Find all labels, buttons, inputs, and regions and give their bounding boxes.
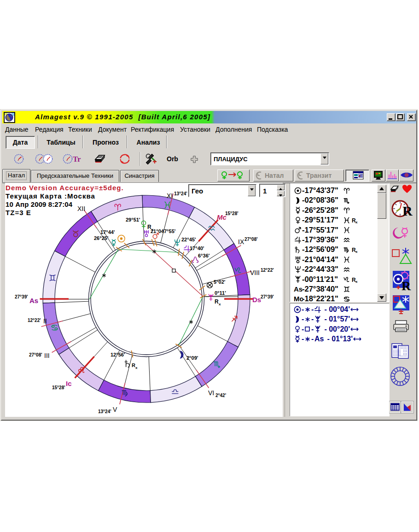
svg-text:- 00°04': - 00°04' [322,305,350,313]
svg-text:x: x [355,220,358,224]
svg-text:13°24': 13°24' [98,409,111,414]
svg-text:-00°11'21": -00°11'21" [302,275,338,283]
svg-text:17°44': 17°44' [100,229,115,235]
svg-text:12°22': 12°22' [261,268,274,273]
svg-text:-27°38'40": -27°38'40" [302,285,338,293]
svg-text:-: - [302,315,304,323]
svg-text:-29°51'17": -29°51'17" [302,216,338,224]
svg-text:XI: XI [167,192,173,199]
svg-text:As: As [314,335,324,343]
svg-text:-: - [311,325,314,333]
svg-text:-: - [302,305,304,313]
svg-text:12°56': 12°56' [111,352,125,357]
svg-text:27°39': 27°39' [15,294,28,299]
svg-text:5°02': 5°02' [214,279,226,285]
svg-text:-17°39'36": -17°39'36" [302,235,338,244]
svg-text:7°55': 7°55' [164,228,176,234]
svg-text:12°22': 12°22' [28,318,41,323]
svg-text:x: x [355,280,358,284]
svg-text:As: As [29,297,38,304]
svg-text:29°51': 29°51' [126,217,140,222]
svg-text:Ic: Ic [66,380,72,387]
svg-text:27°08': 27°08' [29,352,42,357]
svg-text:-21°04'14": -21°04'14" [302,255,338,263]
svg-text:-02°08'36": -02°08'36" [302,196,338,204]
svg-text:22°45': 22°45' [181,237,196,242]
svg-text:6°36': 6°36' [198,253,210,258]
svg-text:-22°44'33": -22°44'33" [302,265,338,273]
svg-text:- 00°20': - 00°20' [322,325,350,333]
svg-text:- 01°13': - 01°13' [325,335,353,343]
svg-text:R: R [132,362,135,368]
svg-text:x: x [151,228,154,232]
svg-text:III: III [44,352,50,359]
svg-text:VIII: VIII [250,269,260,276]
svg-text:2°42': 2°42' [215,393,226,398]
svg-text:-17°55'17": -17°55'17" [302,226,338,234]
svg-text:R: R [402,203,413,218]
svg-text:IX: IX [238,238,244,246]
svg-text:-: - [302,335,304,343]
svg-text:II: II [43,317,47,325]
svg-text:-: - [311,315,314,323]
svg-text:As: As [294,285,303,293]
svg-text:2°09': 2°09' [186,355,198,361]
svg-text:0°11': 0°11' [215,290,226,296]
svg-text:13°24': 13°24' [174,191,187,196]
svg-text:-18°22'21": -18°22'21" [302,294,338,303]
svg-text:-: - [302,325,304,333]
svg-text:-: - [311,335,314,343]
svg-text:-: - [311,305,314,313]
svg-text:-12°56'09": -12°56'09" [302,245,338,253]
svg-text:x: x [135,366,138,370]
svg-text:R: R [215,298,219,305]
svg-text:27°39': 27°39' [261,294,274,299]
svg-text:R: R [402,279,411,293]
svg-text:27°08': 27°08' [244,237,258,242]
svg-text:-17°43'37": -17°43'37" [302,186,338,194]
svg-text:- 01°57': - 01°57' [322,315,350,323]
svg-text:VI: VI [208,389,214,397]
svg-text:Ds: Ds [252,296,261,304]
svg-text:15°28': 15°28' [225,211,239,216]
svg-text:26°25': 26°25' [94,235,109,241]
svg-text:R: R [147,224,151,230]
svg-text:15°28': 15°28' [52,385,65,390]
svg-text:x: x [355,250,358,254]
svg-text:V: V [113,406,117,413]
svg-text:17°40': 17°40' [190,246,204,251]
svg-text:x: x [219,302,221,306]
svg-text:-26°25'28": -26°25'28" [302,206,338,214]
